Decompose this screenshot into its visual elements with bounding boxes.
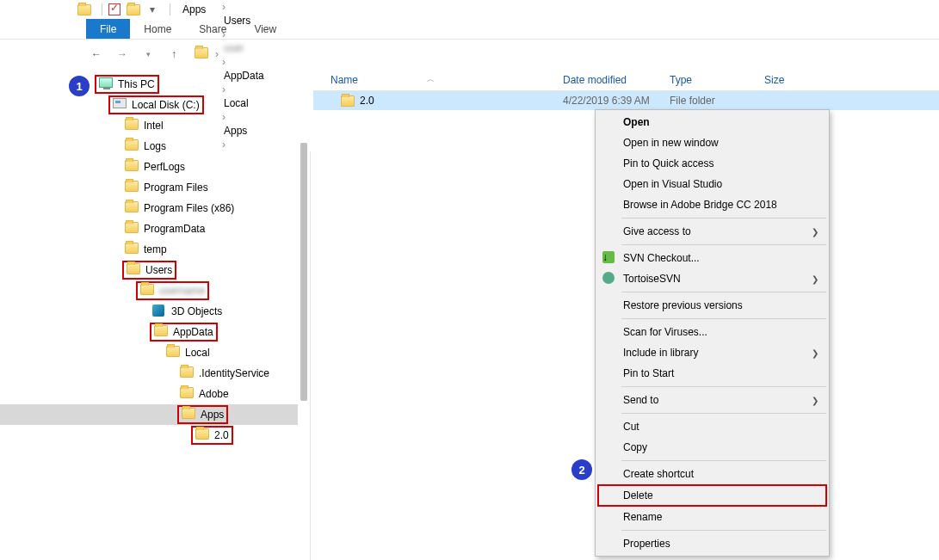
context-menu-item[interactable]: Send to❯ — [597, 390, 827, 410]
folder-icon — [341, 95, 355, 107]
context-menu-item[interactable]: Include in library❯ — [597, 342, 827, 363]
breadcrumb-segment[interactable]: Users — [220, 13, 295, 28]
folder-icon — [125, 139, 139, 153]
recent-dropdown[interactable]: ▾ — [138, 44, 158, 65]
column-name-label: Name — [331, 74, 358, 86]
tree-item[interactable]: Adobe — [0, 384, 298, 404]
tree-item[interactable]: .IdentityService — [0, 363, 298, 384]
back-button[interactable]: ← — [86, 44, 107, 65]
context-menu-item[interactable]: Restore previous versions — [597, 295, 827, 316]
column-name[interactable]: Name︿ — [324, 74, 556, 86]
tree-item[interactable]: 3D Objects — [0, 301, 298, 322]
address-folder-icon — [195, 47, 208, 61]
qat-separator-2 — [170, 3, 170, 15]
context-menu-separator — [621, 292, 826, 292]
tree-item[interactable]: This PC — [0, 74, 298, 95]
tab-file[interactable]: File — [86, 19, 130, 39]
tree-item-label: Users — [145, 264, 172, 276]
breadcrumb-segment[interactable]: Local Disk (C:) — [220, 0, 295, 1]
tree-item-label: .IdentityService — [199, 367, 269, 379]
context-menu-item[interactable]: Pin to Quick access — [597, 153, 827, 174]
context-menu-separator — [621, 318, 826, 319]
context-menu-label: Delete — [623, 489, 653, 502]
splitter-line — [310, 151, 311, 560]
column-size[interactable]: Size — [757, 74, 809, 86]
chevron-right-icon[interactable]: › — [220, 28, 227, 40]
context-menu-item[interactable]: Create shortcut — [597, 464, 827, 484]
submenu-arrow-icon: ❯ — [812, 274, 819, 284]
context-menu-item[interactable]: ↓SVN Checkout... — [597, 248, 827, 268]
tree-item[interactable]: ProgramData — [0, 218, 298, 239]
context-menu-item[interactable]: Properties — [597, 533, 827, 554]
forward-button[interactable]: → — [112, 44, 133, 65]
qat-folder-icon[interactable] — [77, 3, 91, 16]
chevron-right-icon[interactable]: › — [220, 56, 227, 68]
tree-item[interactable]: Intel — [0, 115, 298, 136]
tortoise-icon — [602, 272, 616, 286]
tree-item-label: Apps — [201, 409, 224, 421]
context-menu-label: Send to — [623, 394, 658, 406]
splitter[interactable] — [298, 69, 313, 560]
tree-item[interactable]: Program Files (x86) — [0, 198, 298, 218]
ribbon-tabs: File Home Share View — [0, 19, 939, 40]
chevron-right-icon[interactable]: › — [213, 48, 220, 60]
chevron-right-icon[interactable]: › — [220, 1, 227, 13]
submenu-arrow-icon: ❯ — [812, 227, 819, 237]
scrollbar-thumb[interactable] — [300, 143, 307, 401]
context-menu-label: Pin to Quick access — [623, 157, 714, 169]
tree-item[interactable]: Apps — [0, 404, 298, 425]
folder-icon — [125, 119, 139, 132]
tree-item[interactable]: PerfLogs — [0, 157, 298, 177]
tab-home[interactable]: Home — [130, 19, 185, 39]
column-date[interactable]: Date modified — [556, 74, 663, 86]
tree-item[interactable]: Users — [0, 260, 298, 280]
tree-item-label: Intel — [144, 120, 164, 132]
folder-icon — [127, 263, 140, 277]
context-menu-separator — [621, 218, 826, 218]
context-menu-item[interactable]: Rename — [597, 507, 827, 527]
context-menu-separator — [621, 460, 826, 461]
tree-item[interactable]: Program Files — [0, 177, 298, 198]
tree-item[interactable]: Local — [0, 342, 298, 363]
3d-objects-icon — [152, 305, 166, 318]
tree-item[interactable]: 2.0 — [0, 425, 298, 446]
tree-item[interactable]: Local Disk (C:) — [0, 95, 298, 115]
context-menu-item[interactable]: Open in Visual Studio — [597, 174, 827, 194]
tree-item-label: Program Files (x86) — [144, 202, 234, 214]
list-row[interactable]: 2.0 4/22/2019 6:39 AM File folder — [313, 91, 939, 110]
column-type[interactable]: Type — [663, 74, 757, 86]
folder-icon — [166, 346, 180, 360]
context-menu-label: Browse in Adobe Bridge CC 2018 — [623, 199, 777, 211]
folder-icon — [154, 325, 168, 339]
context-menu-item[interactable]: Open — [597, 112, 827, 132]
qat-dropdown-icon[interactable]: ▾ — [145, 3, 159, 16]
context-menu-item[interactable]: Delete — [597, 484, 827, 507]
context-menu-item[interactable]: Open in new window — [597, 132, 827, 153]
context-menu-label: Rename — [623, 511, 662, 523]
context-menu-label: Properties — [623, 538, 670, 550]
qat-newfolder-icon[interactable] — [127, 3, 140, 16]
tree-item-label: PerfLogs — [144, 161, 185, 173]
tree-item[interactable]: username — [0, 280, 298, 301]
tree-item-label: AppData — [173, 326, 213, 338]
tree-item[interactable]: temp — [0, 239, 298, 260]
context-menu-item[interactable]: Give access to❯ — [597, 221, 827, 242]
context-menu-separator — [621, 386, 826, 387]
breadcrumb-segment[interactable]: user — [220, 40, 295, 56]
context-menu-item[interactable]: Scan for Viruses... — [597, 322, 827, 342]
context-menu-item[interactable]: Pin to Start — [597, 363, 827, 384]
qat-properties-icon[interactable] — [108, 3, 121, 16]
tree-item[interactable]: AppData — [0, 322, 298, 342]
row-date-cell: 4/22/2019 6:39 AM — [556, 95, 663, 107]
context-menu-label: Open — [623, 116, 650, 128]
tree-item[interactable]: Logs — [0, 136, 298, 157]
context-menu-item[interactable]: TortoiseSVN❯ — [597, 268, 827, 289]
navigation-bar: ← → ▾ ↑ › This PC›Local Disk (C:)›Users›… — [0, 40, 939, 69]
context-menu-label: Cut — [623, 421, 639, 433]
context-menu-item[interactable]: Cut — [597, 416, 827, 437]
context-menu-item[interactable]: Browse in Adobe Bridge CC 2018 — [597, 194, 827, 215]
up-button[interactable]: ↑ — [164, 44, 184, 65]
title-bar: ▾ Apps — [0, 0, 939, 19]
context-menu-item[interactable]: Copy — [597, 437, 827, 458]
context-menu-label: Create shortcut — [623, 468, 694, 480]
